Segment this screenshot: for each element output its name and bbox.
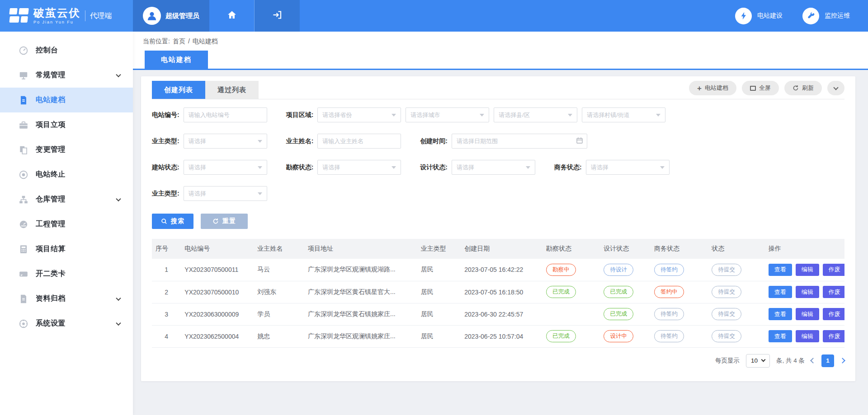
- home-button[interactable]: [209, 0, 255, 32]
- sidebar-item-project-settlement[interactable]: 项目结算: [0, 237, 133, 261]
- breadcrumb-current[interactable]: 电站建档: [193, 37, 218, 46]
- city-select[interactable]: 请选择城市: [406, 107, 489, 122]
- business-status-select[interactable]: 请选择: [586, 160, 670, 175]
- page-tab-row: 电站建档: [133, 51, 868, 70]
- search-icon: [161, 218, 167, 224]
- col-status: 状态: [708, 239, 765, 259]
- view-button[interactable]: 查看: [769, 264, 792, 276]
- cell-owner: 刘强东: [254, 281, 304, 303]
- cell-index: 1: [152, 259, 181, 281]
- per-page-select[interactable]: 10: [746, 354, 770, 368]
- per-page-value: 10: [751, 357, 758, 364]
- sidebar-item-type2-card[interactable]: 开二类卡: [0, 261, 133, 286]
- search-button[interactable]: 搜索: [152, 214, 193, 229]
- breadcrumb-home[interactable]: 首页: [173, 37, 185, 46]
- filter-row-2: 业主类型: 请选择 业主姓名: 创建时间:: [152, 134, 844, 149]
- sidebar: 控制台 常规管理 电站建档 项目立项 变更管理 电站终止 仓库管理 工程管理 项…: [0, 32, 133, 415]
- chevron-down-icon: [116, 295, 121, 300]
- cell-address: 广东深圳龙华区黄石镇姚家庄...: [304, 303, 417, 325]
- fullscreen-button[interactable]: 全屏: [742, 81, 779, 95]
- reset-button[interactable]: 重置: [201, 214, 248, 229]
- province-select[interactable]: 请选择省份: [317, 107, 401, 122]
- void-button[interactable]: 作废: [823, 286, 844, 298]
- sidebar-item-engineering-management[interactable]: 工程管理: [0, 212, 133, 237]
- filter-panel: 电站编号: 项目区域: 请选择省份 请选择城市 请选择县/区 请选择村镇/街道 …: [152, 99, 844, 229]
- sidebar-item-project-initiation[interactable]: 项目立项: [0, 112, 133, 137]
- edit-button[interactable]: 编辑: [796, 330, 819, 342]
- filter-create-time: 创建时间:: [420, 134, 587, 149]
- town-select[interactable]: 请选择村镇/街道: [582, 107, 665, 122]
- user-name: 超级管理员: [165, 12, 199, 20]
- caret-down-icon: [568, 114, 572, 117]
- county-select[interactable]: 请选择县/区: [494, 107, 577, 122]
- edit-button[interactable]: 编辑: [796, 308, 819, 320]
- status-badge: 已完成: [546, 286, 576, 298]
- owner-type-select[interactable]: 请选择: [184, 134, 267, 149]
- cell-owner: 学员: [254, 303, 304, 325]
- filter-business-status: 商务状态: 请选择: [554, 160, 670, 175]
- build-status-select[interactable]: 请选择: [184, 160, 267, 175]
- refresh-button[interactable]: 刷新: [784, 81, 822, 95]
- logout-icon: [272, 9, 283, 22]
- view-button[interactable]: 查看: [769, 286, 792, 298]
- station-code-input[interactable]: [184, 107, 267, 122]
- status-badge: 已完成: [604, 286, 633, 298]
- tab-passed-list[interactable]: 通过列表: [205, 81, 259, 99]
- cell-address: 广东深圳龙华区观澜镇姚家庄...: [304, 325, 417, 347]
- sidebar-item-system-settings[interactable]: 系统设置: [0, 311, 133, 336]
- cell-survey: [542, 303, 600, 325]
- page-number-1[interactable]: 1: [821, 354, 834, 367]
- chevron-down-icon: [116, 320, 121, 325]
- survey-status-select[interactable]: 请选择: [317, 160, 401, 175]
- view-button[interactable]: 查看: [769, 330, 792, 342]
- main-content: 当前位置: 首页 / 电站建档 电站建档 创建列表 通过列表 + 电站建档 全屏: [133, 0, 868, 381]
- tab-create-list[interactable]: 创建列表: [152, 81, 205, 99]
- status-badge: 待提交: [712, 286, 741, 298]
- col-address: 项目地址: [304, 239, 417, 259]
- status-badge: 待签约: [654, 264, 684, 276]
- sidebar-item-change-management[interactable]: 变更管理: [0, 137, 133, 162]
- user-menu[interactable]: 超级管理员: [133, 0, 209, 32]
- sidebar-item-general-management[interactable]: 常规管理: [0, 63, 133, 88]
- sidebar-item-station-filing[interactable]: 电站建档: [0, 88, 133, 112]
- filter-build-status: 建站状态: 请选择: [152, 160, 267, 175]
- edit-button[interactable]: 编辑: [796, 286, 819, 298]
- header-spacer: [300, 0, 735, 32]
- logout-button[interactable]: [255, 0, 300, 32]
- filter-row-1: 电站编号: 项目区域: 请选择省份 请选择城市 请选择县/区 请选择村镇/街道: [152, 107, 844, 122]
- void-button[interactable]: 作废: [823, 264, 844, 276]
- next-page-button[interactable]: [840, 358, 845, 364]
- table-header-row: 序号 电站编号 业主姓名 项目地址 业主类型 创建日期 勘察状态 设计状态 商务…: [152, 239, 844, 259]
- void-button[interactable]: 作废: [823, 330, 844, 342]
- pagination: 每页显示 10 条, 共 4 条 1: [152, 354, 844, 368]
- nav-monitoring-ops[interactable]: 监控运维: [802, 0, 850, 32]
- brand-logo: 破茧云伏 Po Jian Yun Fu 代理端: [0, 0, 133, 32]
- status-badge: 待签约: [654, 308, 684, 320]
- date-range-input[interactable]: [452, 134, 587, 149]
- lightning-icon: [735, 8, 752, 24]
- table-row: 4 YX2023062500004 姚忠 广东深圳龙华区观澜镇姚家庄... 居民…: [152, 325, 844, 347]
- col-survey: 勘察状态: [542, 239, 600, 259]
- owner-type-2-select[interactable]: 请选择: [184, 186, 267, 201]
- sidebar-item-data-archive[interactable]: 资料归档: [0, 286, 133, 311]
- reset-icon: [212, 218, 219, 224]
- collapse-toolbar-button[interactable]: [827, 81, 844, 95]
- sidebar-item-warehouse-management[interactable]: 仓库管理: [0, 187, 133, 212]
- cell-survey: 勘察中: [542, 259, 600, 281]
- list-tabs: 创建列表 通过列表: [152, 81, 259, 99]
- void-button[interactable]: 作废: [823, 308, 844, 320]
- owner-name-input[interactable]: [317, 134, 401, 149]
- person-icon: [146, 10, 158, 22]
- view-button[interactable]: 查看: [769, 308, 792, 320]
- filter-survey-status: 勘察状态: 请选择: [286, 160, 401, 175]
- design-status-select[interactable]: 请选择: [452, 160, 535, 175]
- nav-station-construction[interactable]: 电站建设: [735, 0, 783, 32]
- sidebar-item-station-termination[interactable]: 电站终止: [0, 162, 133, 187]
- prev-page-button[interactable]: [810, 358, 816, 364]
- status-badge: 待提交: [712, 330, 741, 342]
- cell-address: 广东深圳龙华区观澜镇观湖路...: [304, 259, 417, 281]
- create-station-button[interactable]: + 电站建档: [689, 81, 736, 95]
- sidebar-item-console[interactable]: 控制台: [0, 38, 133, 63]
- edit-button[interactable]: 编辑: [796, 264, 819, 276]
- page-tab-station-filing[interactable]: 电站建档: [145, 51, 208, 69]
